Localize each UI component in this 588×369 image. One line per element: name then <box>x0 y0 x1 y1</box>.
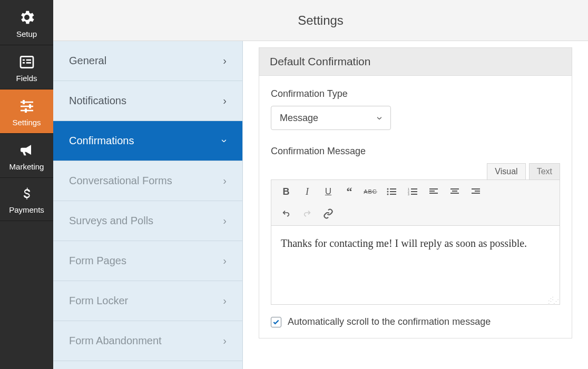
resize-handle[interactable]: ⋰⋰⋰ <box>548 298 558 303</box>
bullhorn-icon <box>18 142 35 159</box>
nav-setup[interactable]: Setup <box>0 0 53 45</box>
svg-text:3: 3 <box>408 193 409 195</box>
list-icon <box>18 54 35 71</box>
svg-rect-22 <box>411 194 417 195</box>
chevron-right-icon: › <box>223 335 227 347</box>
nav-payments[interactable]: Payments <box>0 178 53 221</box>
content-area: General › Notifications › Confirmations … <box>53 41 588 369</box>
svg-rect-31 <box>472 193 480 194</box>
svg-point-15 <box>387 194 389 195</box>
nav-setup-label: Setup <box>16 29 37 38</box>
settings-sidebar: General › Notifications › Confirmations … <box>53 41 243 369</box>
editor-body[interactable]: Thanks for contacting me! I will reply a… <box>271 226 560 305</box>
chevron-right-icon: › <box>223 55 227 67</box>
svg-rect-6 <box>21 106 33 107</box>
gear-icon <box>18 8 36 26</box>
nav-marketing[interactable]: Marketing <box>0 134 53 178</box>
nav-settings[interactable]: Settings <box>0 89 53 134</box>
svg-rect-18 <box>411 188 417 190</box>
undo-button[interactable] <box>277 205 296 222</box>
sidebar-item-label: Form Locker <box>69 295 128 307</box>
nav-fields-label: Fields <box>16 74 37 83</box>
sidebar-item-form-locker[interactable]: Form Locker › <box>53 281 242 321</box>
strikethrough-button[interactable]: ABC <box>361 183 380 200</box>
numbered-list-button[interactable]: 123 <box>403 183 422 200</box>
svg-rect-8 <box>23 100 25 104</box>
auto-scroll-label: Automatically scroll to the confirmation… <box>288 316 491 327</box>
sidebar-item-surveys-polls[interactable]: Surveys and Polls › <box>53 201 242 241</box>
svg-point-13 <box>387 191 389 193</box>
svg-point-11 <box>387 188 389 190</box>
main-area: Settings General › Notifications › Confi… <box>53 0 588 369</box>
nav-fields[interactable]: Fields <box>0 45 53 89</box>
nav-settings-label: Settings <box>12 118 41 127</box>
chevron-right-icon: › <box>223 255 227 267</box>
svg-rect-1 <box>23 59 25 61</box>
link-button[interactable] <box>319 205 338 222</box>
sidebar-item-confirmations[interactable]: Confirmations › <box>53 121 242 161</box>
underline-button[interactable]: U <box>319 183 338 200</box>
sidebar-item-label: Form Pages <box>69 255 126 267</box>
chevron-down-icon: › <box>374 116 386 120</box>
svg-rect-23 <box>429 188 438 190</box>
sidebar-item-conversational-forms[interactable]: Conversational Forms › <box>53 161 242 201</box>
editor: Visual Text B I U “ ABC <box>271 163 560 305</box>
auto-scroll-row[interactable]: Automatically scroll to the confirmation… <box>271 316 560 327</box>
nav-sidebar: Setup Fields Settings Marketing Payments <box>0 0 53 369</box>
chevron-right-icon: › <box>223 215 227 227</box>
page-header: Settings <box>53 0 588 41</box>
redo-button[interactable] <box>298 205 317 222</box>
bold-button[interactable]: B <box>277 183 296 200</box>
confirmation-type-select[interactable]: Message › <box>271 106 391 130</box>
svg-rect-20 <box>411 191 417 192</box>
align-right-button[interactable] <box>466 183 485 200</box>
confirmation-type-label: Confirmation Type <box>271 88 560 99</box>
sliders-icon <box>18 98 35 115</box>
auto-scroll-checkbox[interactable] <box>271 317 281 327</box>
svg-rect-28 <box>450 193 459 194</box>
tab-text[interactable]: Text <box>529 163 560 179</box>
svg-rect-9 <box>29 104 31 108</box>
blockquote-button[interactable]: “ <box>340 183 359 200</box>
svg-rect-27 <box>452 191 457 192</box>
sidebar-item-general[interactable]: General › <box>53 41 242 81</box>
svg-rect-14 <box>390 191 396 192</box>
panel-card: Default Confirmation Confirmation Type M… <box>259 47 572 338</box>
tab-text-label: Text <box>537 167 552 176</box>
italic-button[interactable]: I <box>298 183 317 200</box>
svg-rect-26 <box>450 188 459 190</box>
svg-rect-4 <box>26 62 31 64</box>
panel-body: Confirmation Type Message › Confirmation… <box>259 76 572 338</box>
svg-rect-25 <box>429 193 438 194</box>
svg-rect-30 <box>475 191 480 192</box>
page-title: Settings <box>298 13 344 28</box>
confirmation-panel: Default Confirmation Confirmation Type M… <box>243 41 588 369</box>
svg-rect-24 <box>429 191 435 192</box>
dollar-icon <box>19 186 35 202</box>
svg-rect-3 <box>23 62 25 64</box>
svg-rect-5 <box>21 102 33 103</box>
editor-tabs: Visual Text <box>271 163 560 179</box>
sidebar-item-label: General <box>69 55 106 67</box>
nav-marketing-label: Marketing <box>9 162 44 171</box>
tab-visual[interactable]: Visual <box>487 163 525 179</box>
confirmation-message-label: Confirmation Message <box>271 146 560 157</box>
editor-toolbar: B I U “ ABC 123 <box>271 179 560 226</box>
bullet-list-button[interactable] <box>382 183 401 200</box>
tab-visual-label: Visual <box>495 167 517 176</box>
align-left-button[interactable] <box>424 183 443 200</box>
sidebar-item-form-pages[interactable]: Form Pages › <box>53 241 242 281</box>
sidebar-item-notifications[interactable]: Notifications › <box>53 81 242 121</box>
chevron-down-icon: › <box>219 139 231 143</box>
align-center-button[interactable] <box>445 183 464 200</box>
svg-rect-12 <box>390 188 396 190</box>
sidebar-item-label: Conversational Forms <box>69 175 172 187</box>
nav-payments-label: Payments <box>9 205 44 214</box>
sidebar-item-form-abandonment[interactable]: Form Abandonment › <box>53 321 242 361</box>
panel-header: Default Confirmation <box>259 48 572 76</box>
select-value: Message <box>280 113 318 124</box>
svg-rect-10 <box>25 108 27 113</box>
sidebar-item-label: Surveys and Polls <box>69 215 153 227</box>
chevron-right-icon: › <box>223 95 227 107</box>
svg-rect-16 <box>390 194 396 195</box>
